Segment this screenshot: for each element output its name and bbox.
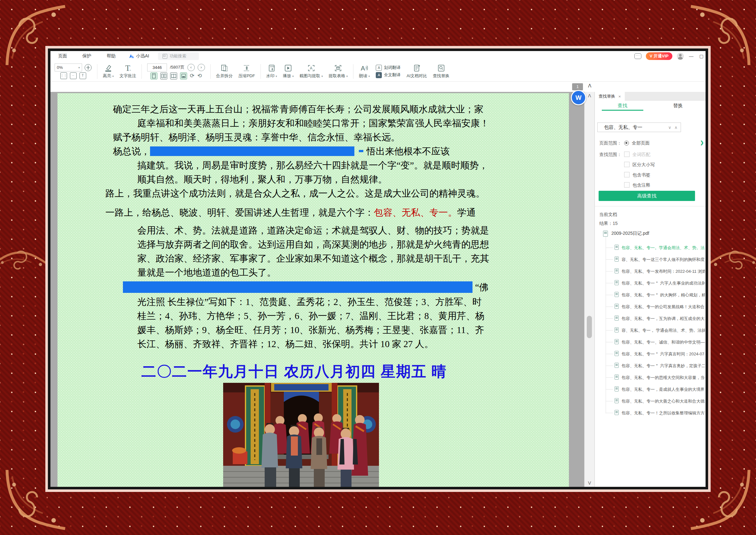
svg-text:MARK: MARK (270, 66, 275, 68)
search-result-item[interactable]: 容、无私、专一 。学通会用法、术、势。法就是道 (595, 324, 706, 336)
user-avatar[interactable] (677, 53, 684, 60)
search-result-item[interactable]: 包容、无私、专一。学通会用法、术、势。法就是 (595, 242, 706, 254)
result-doc-icon (615, 257, 619, 262)
pdf-editor-window: 页面 保护 帮助 小迅AI 功能搜索 ··· V 开通VIP — ▢ (50, 51, 706, 487)
menu-help[interactable]: 帮助 (99, 53, 123, 59)
fit-text-button[interactable]: T (79, 72, 86, 79)
page-range-row: 页面范围： 全部页面 ❯ (595, 140, 706, 147)
find-next-icon[interactable]: ∨ (665, 125, 675, 130)
search-result-item[interactable]: 包容、无私、专一、诚信、和谐的中华文明——大 (595, 336, 706, 348)
result-file-row[interactable]: 2009-2025日记.pdf (595, 230, 706, 238)
zoom-in-button[interactable] (85, 64, 92, 71)
fit-page-button[interactable]: ⋮⋮ (60, 72, 67, 79)
whole-word-checkbox[interactable] (624, 152, 630, 157)
doc-text: 悟出来他根本不应该 (367, 146, 450, 156)
highlight-button[interactable]: 高亮 ▾ (100, 64, 116, 79)
search-result-item[interactable]: 包容、无私、专一＂ 的大胸怀，精心规划，精心维 (595, 289, 706, 301)
toolbar-separator (97, 64, 97, 79)
caret-down-icon: ▾ (276, 75, 277, 78)
page-total-label: /5807页 (170, 65, 185, 70)
result-doc-icon (615, 410, 619, 415)
date-heading: 二〇二一年九月十日 农历八月初四 星期五 晴 (106, 362, 483, 380)
document-view-area[interactable]: 确定三年之后这一天再上五台山；祝福常青师傅百年长寿；公司发展顺风顺水成就大业；家… (50, 92, 584, 487)
menu-protect[interactable]: 保护 (75, 53, 99, 59)
scrollbar-thumb[interactable] (587, 316, 592, 338)
include-comments-label: 包含注释 (632, 183, 650, 188)
function-search-icon (163, 54, 167, 59)
search-result-item[interactable]: 包容、无私、专一的公司发展战略！大道和合，合 (595, 301, 706, 313)
result-doc-icon (615, 292, 619, 297)
continuous-scroll-button[interactable] (180, 72, 187, 79)
pdf-to-word-button[interactable]: W (571, 90, 586, 105)
include-bookmarks-checkbox[interactable] (624, 172, 630, 177)
tab-replace[interactable]: 替换 (650, 101, 706, 110)
search-result-item[interactable]: 包容、无私、专一，是成就人生事业的大境界，大 (595, 383, 706, 395)
word-translate-button[interactable]: A 划词翻译 (376, 65, 400, 71)
doc-text: 学通 (457, 207, 476, 217)
play-button[interactable]: 播放 ▾ (280, 64, 297, 79)
expand-page-range-icon[interactable]: ❯ (700, 140, 704, 145)
read-aloud-button[interactable]: A 朗读 ▾ (356, 64, 373, 79)
redaction-bar (150, 146, 354, 156)
menu-ai-assistant[interactable]: 小迅AI (123, 53, 155, 59)
search-result-item[interactable]: 包容、无私、专一，互为协调，相互成全的大格局 (595, 313, 706, 324)
merge-split-button[interactable]: 合并拆分 (213, 64, 236, 79)
minimize-button[interactable]: — (688, 54, 694, 59)
single-page-view-button[interactable] (150, 72, 157, 79)
page-number-input[interactable]: 3446 (147, 64, 167, 71)
case-sensitive-checkbox[interactable] (624, 162, 630, 167)
search-result-item[interactable]: 包容、无私、专一＂ 六字真言奥妙，定孩子二十年 (595, 360, 706, 372)
search-result-item[interactable]: 包容、无私、专一的大善之心和大道和合大德通天 (595, 395, 706, 407)
zoom-level-select[interactable]: 0% ▾ (55, 64, 82, 71)
merge-split-icon (220, 64, 228, 72)
scroll-down-button[interactable]: ᐯ (585, 480, 594, 486)
advanced-search-button[interactable]: 高级查找 (599, 191, 695, 201)
rotate-clockwise-button[interactable]: ⟳ (190, 73, 195, 79)
search-result-item[interactable]: 容、无私、专一这三个常人做不到的胸怀和度量， (595, 254, 706, 266)
panel-tab-find-replace[interactable]: 查找替换 × (595, 92, 625, 101)
result-doc-icon (615, 398, 619, 403)
snapshot-extract-button[interactable]: A 截图与提取 ▾ (297, 64, 326, 79)
doc-line: 确定三年之后这一天再上五台山；祝福常青师傅百年长寿；公司发展顺风顺水成就大业；家 (113, 102, 569, 116)
caret-down-icon: ▾ (112, 75, 114, 78)
doc-line-with-redaction: 杨总说，悟出来他根本不应该 (113, 144, 569, 158)
collapse-toolbar-button[interactable]: ᐱ (588, 83, 591, 89)
case-sensitive-row: 区分大小写 (595, 161, 706, 169)
active-tab-underline (602, 110, 643, 111)
ai-compare-button[interactable]: AI文档对比 (404, 64, 430, 79)
caret-down-icon: ▾ (347, 75, 348, 78)
full-translate-button[interactable]: A 全文翻译 (376, 72, 400, 78)
find-replace-button[interactable]: 查找替换 (430, 64, 452, 79)
function-search-box[interactable]: 功能搜索 (158, 52, 199, 60)
compress-pdf-button[interactable]: 压缩PDF (236, 64, 258, 79)
book-view-button[interactable] (170, 72, 177, 79)
text-annotation-button[interactable]: T̰ 文字批注 (116, 64, 139, 79)
doc-line: 长江、杨丽、齐致祥、齐晋祥；12、杨二妞、张保明。共计 10 家 27 人。 (137, 337, 569, 351)
close-panel-icon[interactable]: × (619, 94, 621, 99)
find-previous-icon[interactable]: ∧ (674, 125, 680, 130)
result-doc-icon (615, 339, 619, 344)
page-range-radio[interactable] (624, 141, 629, 146)
content-area: 确定三年之后这一天再上五台山；祝福常青师傅百年长寿；公司发展顺风顺水成就大业；家… (50, 92, 706, 487)
two-page-view-button[interactable] (160, 72, 167, 79)
rotate-counterclockwise-button[interactable]: ⟲ (197, 73, 202, 79)
watermark-button[interactable]: MARK 水印 ▾ (263, 64, 280, 79)
upgrade-vip-button[interactable]: V 开通VIP (646, 52, 672, 60)
menu-page[interactable]: 页面 (50, 53, 75, 59)
search-result-item[interactable]: 包容、无私、专一＂ 六字人生事业的成功法则。人 (595, 277, 706, 289)
extract-table-button[interactable]: 提取表格 ▾ (326, 64, 350, 79)
search-result-item[interactable]: 包容、无私、专一＂ 六字真言时间：2024-07-24 (595, 348, 706, 360)
search-result-item[interactable]: 包容、无私、专一发布时间：2022-04-11 浏览量 (595, 266, 706, 277)
previous-page-button[interactable]: ‹ (187, 64, 195, 71)
next-page-button[interactable]: › (197, 64, 205, 71)
tab-find[interactable]: 查找 (595, 101, 650, 110)
fit-width-button[interactable]: ·· (70, 72, 76, 79)
include-comments-checkbox[interactable] (624, 182, 630, 187)
search-term-combobox[interactable]: 包容、无私、专一 ∨ ∧ (597, 123, 681, 132)
maximize-button[interactable]: ▢ (699, 54, 704, 59)
toolbar-separator (210, 64, 211, 79)
search-result-item[interactable]: 包容、无私、专一！之所以收集整理编辑方方面面 (595, 407, 706, 419)
search-result-item[interactable]: 包容、无私、专一的思维大空间和大容量，当你的 (595, 372, 706, 383)
feedback-chat-icon[interactable]: ··· (634, 53, 641, 59)
document-scrollbar[interactable]: ᐱ ᐯ (584, 92, 594, 487)
